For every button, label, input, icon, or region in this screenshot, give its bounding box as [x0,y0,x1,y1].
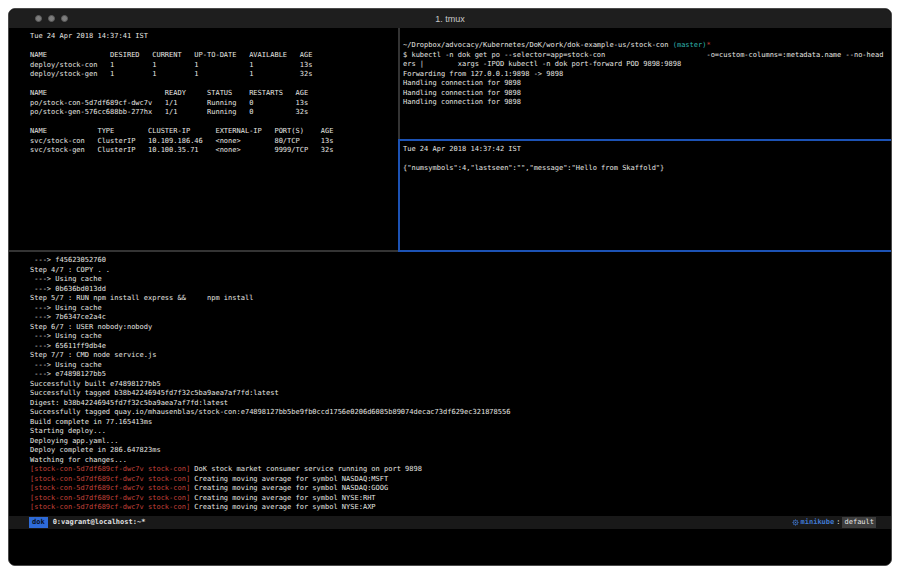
red-text: [stock-con-5d7df689cf-dwc7v stock-con] [30,484,190,492]
terminal-line: po/stock-gen-576cc688bb-277hx 1/1 Runnin… [30,108,398,118]
terminal-line: Digest: b38b42246945fd7f32c5ba9aea7af7fd… [30,399,891,409]
terminal-line: Deploying app.yaml... [30,437,891,447]
pane-divider-vertical-inactive[interactable] [398,28,400,139]
plain-text: ~/Dropbox/advocacy/Kubernetes/DoK/work/d… [403,41,673,49]
terminal-line [30,80,398,90]
desktop-background: 1. tmux Tue 24 Apr 2018 14:37:41 IST NAM… [0,0,900,574]
terminal-line: Forwarding from 127.0.0.1:9898 -> 9898 [403,70,891,80]
plain-text: Creating moving average for symbol NASDA… [190,475,388,483]
terminal-line: ---> Using cache [30,304,891,314]
terminal-line: svc/stock-con ClusterIP 10.109.186.46 <n… [30,137,398,147]
terminal-line: Build complete in 77.165413ms [30,418,891,428]
terminal-line: Step 4/7 : COPY . . [30,266,891,276]
red-text: [stock-con-5d7df689cf-dwc7v stock-con] [30,465,190,473]
kubernetes-helm-icon [792,519,799,526]
terminal-line [30,118,398,128]
red-text: [stock-con-5d7df689cf-dwc7v stock-con] [30,494,190,502]
terminal-line: po/stock-con-5d7df689cf-dwc7v 1/1 Runnin… [30,99,398,109]
terminal-line: [stock-con-5d7df689cf-dwc7v stock-con] C… [30,503,891,513]
terminal-line: Tue 24 Apr 2018 14:37:41 IST [30,32,398,42]
tmux-status-bar: dok 0:vagrant@localhost:~* minikube : de… [9,516,891,529]
terminal-line: ---> 65611ff9db4e [30,342,891,352]
kube-context-separator: : [836,518,840,528]
terminal-line: ---> 0b636bd013dd [30,285,891,295]
pane-kubectl-watch[interactable]: Tue 24 Apr 2018 14:37:41 IST NAME DESIRE… [9,28,398,250]
terminal-line: Step 7/7 : CMD node service.js [30,351,891,361]
terminal-line: Step 5/7 : RUN npm install express && np… [30,294,891,304]
zoom-button[interactable] [61,15,68,22]
pane-build-log[interactable]: ---> f45623052760Step 4/7 : COPY . . ---… [9,252,891,516]
terminal-line: svc/stock-gen ClusterIP 10.100.35.71 <no… [30,146,398,156]
terminal-line: Successfully built e74898127bb5 [30,380,891,390]
terminal-line: ---> e74898127bb5 [30,370,891,380]
plain-text: DoK stock market consumer service runnin… [190,465,422,473]
terminal-line: Watching for changes... [30,456,891,466]
window-title: 1. tmux [9,14,891,24]
terminal-line: ---> 7b6347ce2a4c [30,313,891,323]
terminal-line: Deploy complete in 286.647823ms [30,446,891,456]
terminal-line: ~/Dropbox/advocacy/Kubernetes/DoK/work/d… [403,41,891,51]
pane-divider-vertical-active[interactable] [398,139,400,250]
active-window-label[interactable]: 0:vagrant@localhost:~* [53,518,146,528]
terminal-window: 1. tmux Tue 24 Apr 2018 14:37:41 IST NAM… [8,8,892,566]
terminal-line: Successfully tagged quay.io/mhausenblas/… [30,408,891,418]
pane-port-forward[interactable]: ~/Dropbox/advocacy/Kubernetes/DoK/work/d… [400,28,891,139]
terminal-line: Handling connection for 9898 [403,89,891,99]
terminal-line: [stock-con-5d7df689cf-dwc7v stock-con] C… [30,484,891,494]
plain-text: Creating moving average for symbol NYSE:… [190,503,375,511]
terminal-line: ---> Using cache [30,361,891,371]
minimize-button[interactable] [48,15,55,22]
terminal-line: NAME READY STATUS RESTARTS AGE [30,89,398,99]
terminal-line: NAME TYPE CLUSTER-IP EXTERNAL-IP PORT(S)… [30,127,398,137]
pane-curl-output[interactable]: Tue 24 Apr 2018 14:37:42 IST {"numsymbol… [400,141,891,250]
plain-text: Creating moving average for symbol NASDA… [190,484,388,492]
window-titlebar[interactable]: 1. tmux [9,9,891,28]
pane-divider-bottom-inactive[interactable] [9,250,398,252]
terminal-line: [stock-con-5d7df689cf-dwc7v stock-con] C… [30,494,891,504]
terminal-line: {"numsymbols":4,"lastseen":"","message":… [403,164,891,174]
terminal-line: deploy/stock-gen 1 1 1 1 32s [30,70,398,80]
red-text: [stock-con-5d7df689cf-dwc7v stock-con] [30,503,190,511]
status-right: minikube : default [792,517,876,529]
pane-divider-bottom-active[interactable] [398,250,891,252]
terminal-line: [stock-con-5d7df689cf-dwc7v stock-con] C… [30,475,891,485]
kube-context-label[interactable]: minikube [801,518,835,528]
pane-divider-horizontal-active[interactable] [398,139,891,141]
tmux-session: Tue 24 Apr 2018 14:37:41 IST NAME DESIRE… [9,28,891,565]
terminal-line: Handling connection for 9898 [403,98,891,108]
terminal-line: NAME DESIRED CURRENT UP-TO-DATE AVAILABL… [30,51,398,61]
terminal-line: deploy/stock-con 1 1 1 1 13s [30,61,398,71]
terminal-line: ---> Using cache [30,275,891,285]
red-text: * [706,41,710,49]
terminal-line: $ kubectl -n dok get po --selector=app=s… [403,51,891,61]
terminal-line: Tue 24 Apr 2018 14:37:42 IST [403,145,891,155]
terminal-line: Starting deploy... [30,427,891,437]
terminal-line: ---> Using cache [30,332,891,342]
terminal-line: ---> f45623052760 [30,256,891,266]
plain-text: Creating moving average for symbol NYSE:… [190,494,375,502]
terminal-line: [stock-con-5d7df689cf-dwc7v stock-con] D… [30,465,891,475]
terminal-line: Step 6/7 : USER nobody:nobody [30,323,891,333]
traffic-lights [9,15,68,22]
cyan-text: (master) [673,41,707,49]
terminal-line [403,155,891,165]
session-name-badge[interactable]: dok [29,517,48,529]
terminal-line [30,42,398,52]
terminal-line: Successfully tagged b38b42246945fd7f32c5… [30,389,891,399]
kube-namespace-badge[interactable]: default [842,517,876,529]
terminal-line: ers | xargs -IPOD kubectl -n dok port-fo… [403,60,891,70]
close-button[interactable] [35,15,42,22]
red-text: [stock-con-5d7df689cf-dwc7v stock-con] [30,475,190,483]
terminal-line: Handling connection for 9898 [403,79,891,89]
